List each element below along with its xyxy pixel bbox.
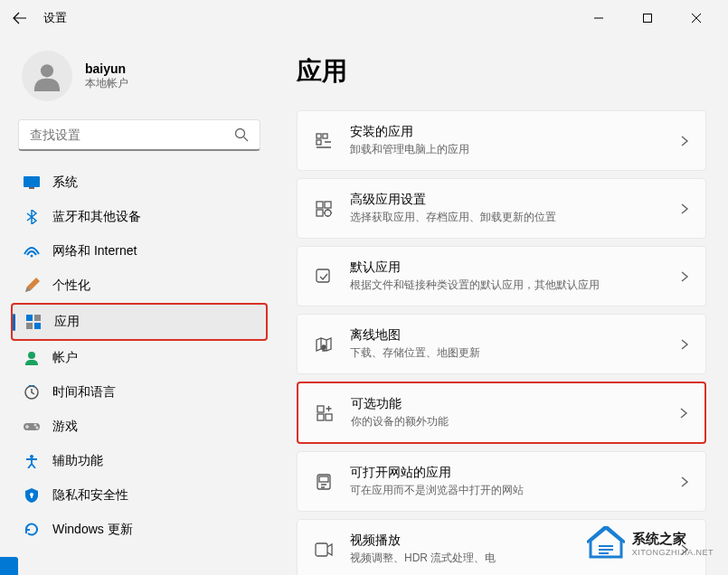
optional-icon (315, 403, 335, 423)
username: baiyun (85, 61, 128, 76)
svg-rect-27 (317, 406, 324, 412)
maximize-button[interactable] (627, 4, 668, 33)
card-body: 高级应用设置选择获取应用、存档应用、卸载更新的位置 (350, 192, 664, 225)
svg-point-14 (36, 427, 39, 429)
sidebar-item-system[interactable]: 系统 (11, 165, 268, 200)
svg-rect-7 (34, 315, 41, 321)
back-button[interactable] (11, 9, 29, 27)
account-type: 本地帐户 (85, 76, 128, 91)
sidebar-item-update[interactable]: Windows 更新 (11, 513, 268, 547)
sidebar: baiyun 本地帐户 系统蓝牙和其他设备网络和 Internet个性化应用帐户… (0, 36, 279, 575)
svg-point-5 (31, 255, 33, 258)
network-icon (24, 243, 40, 259)
update-icon (24, 522, 40, 538)
sidebar-item-label: 蓝牙和其他设备 (52, 209, 141, 225)
svg-rect-0 (644, 14, 652, 23)
card-advanced[interactable]: 高级应用设置选择获取应用、存档应用、卸载更新的位置 (297, 178, 706, 239)
svg-point-13 (34, 424, 37, 427)
card-installed[interactable]: 安装的应用卸载和管理电脑上的应用 (297, 110, 706, 171)
svg-point-15 (30, 455, 33, 458)
search-icon (234, 127, 249, 142)
svg-rect-32 (316, 543, 327, 556)
svg-rect-17 (31, 495, 33, 498)
card-title: 高级应用设置 (350, 192, 664, 208)
card-title: 离线地图 (350, 327, 664, 344)
minimize-button[interactable] (578, 4, 619, 33)
svg-rect-8 (26, 323, 33, 329)
watermark-main: 系统之家 (632, 531, 714, 548)
maps-icon (314, 335, 334, 354)
sidebar-item-bluetooth[interactable]: 蓝牙和其他设备 (11, 200, 268, 234)
svg-rect-9 (34, 323, 41, 329)
card-list: 安装的应用卸载和管理电脑上的应用高级应用设置选择获取应用、存档应用、卸载更新的位… (297, 110, 706, 575)
card-default[interactable]: 默认应用根据文件和链接种类设置的默认应用，其他默认应用 (297, 246, 706, 306)
minimize-icon (594, 14, 603, 23)
sidebar-item-label: 个性化 (52, 278, 90, 294)
svg-rect-19 (323, 134, 327, 138)
card-desc: 可在应用而不是浏览器中打开的网站 (350, 483, 664, 498)
accessibility-icon (24, 453, 40, 469)
advanced-icon (314, 199, 334, 219)
user-info: baiyun 本地帐户 (85, 61, 128, 91)
arrow-left-icon (13, 11, 27, 25)
sidebar-item-label: 辅助功能 (52, 453, 103, 469)
svg-point-2 (236, 129, 245, 138)
apps-icon (25, 314, 42, 330)
window-controls (578, 4, 717, 33)
time-icon (24, 384, 40, 401)
watermark-text: 系统之家 XITONGZHIJIA.NET (632, 531, 714, 557)
card-desc: 卸载和管理电脑上的应用 (350, 142, 664, 157)
chevron-right-icon (680, 270, 689, 283)
close-icon (692, 14, 701, 23)
chevron-right-icon (679, 407, 688, 419)
card-title: 可选功能 (351, 396, 663, 412)
card-optional[interactable]: 可选功能你的设备的额外功能 (297, 382, 706, 444)
chevron-right-icon (680, 476, 689, 488)
sidebar-item-label: 应用 (54, 314, 80, 330)
svg-rect-21 (317, 202, 323, 208)
account-icon (24, 350, 40, 366)
sidebar-item-apps[interactable]: 应用 (11, 303, 268, 341)
card-body: 可选功能你的设备的额外功能 (351, 396, 663, 429)
sidebar-item-label: 系统 (52, 174, 78, 191)
sidebar-item-label: Windows 更新 (52, 522, 133, 538)
house-icon (587, 526, 625, 561)
search-box[interactable] (18, 119, 260, 151)
card-desc: 下载、存储位置、地图更新 (350, 345, 664, 361)
sidebar-item-label: 隐私和安全性 (52, 487, 128, 504)
default-icon (314, 267, 334, 287)
sidebar-item-label: 游戏 (52, 419, 78, 435)
chevron-right-icon (680, 135, 689, 147)
sidebar-item-time[interactable]: 时间和语言 (11, 375, 268, 410)
privacy-icon (24, 487, 40, 504)
svg-rect-4 (29, 187, 34, 189)
user-section[interactable]: baiyun 本地帐户 (4, 36, 275, 119)
sidebar-item-personalize[interactable]: 个性化 (11, 269, 268, 303)
sidebar-item-account[interactable]: 帐户 (11, 341, 268, 375)
window-title: 设置 (43, 10, 67, 26)
svg-point-24 (325, 210, 331, 216)
sidebar-item-accessibility[interactable]: 辅助功能 (11, 444, 268, 478)
content: 应用 安装的应用卸载和管理电脑上的应用高级应用设置选择获取应用、存档应用、卸载更… (279, 36, 728, 575)
card-maps[interactable]: 离线地图下载、存储位置、地图更新 (297, 314, 706, 374)
taskbar-corner (0, 557, 18, 575)
main-layout: baiyun 本地帐户 系统蓝牙和其他设备网络和 Internet个性化应用帐户… (0, 36, 728, 575)
svg-point-1 (41, 64, 53, 77)
close-button[interactable] (676, 4, 717, 33)
svg-point-26 (322, 345, 326, 349)
card-body: 安装的应用卸载和管理电脑上的应用 (350, 124, 664, 157)
bluetooth-icon (24, 209, 40, 225)
search-input[interactable] (30, 127, 234, 142)
sidebar-item-label: 时间和语言 (52, 384, 116, 401)
card-body: 可打开网站的应用可在应用而不是浏览器中打开的网站 (350, 465, 664, 498)
svg-rect-18 (317, 134, 321, 138)
svg-rect-3 (24, 176, 40, 187)
card-title: 安装的应用 (350, 124, 664, 140)
sidebar-item-privacy[interactable]: 隐私和安全性 (11, 478, 268, 513)
svg-rect-6 (26, 315, 33, 321)
page-title: 应用 (297, 54, 706, 89)
sidebar-item-gaming[interactable]: 游戏 (11, 410, 268, 444)
card-body: 离线地图下载、存储位置、地图更新 (350, 327, 664, 361)
card-websites[interactable]: 可打开网站的应用可在应用而不是浏览器中打开的网站 (297, 451, 706, 512)
sidebar-item-network[interactable]: 网络和 Internet (11, 234, 268, 269)
